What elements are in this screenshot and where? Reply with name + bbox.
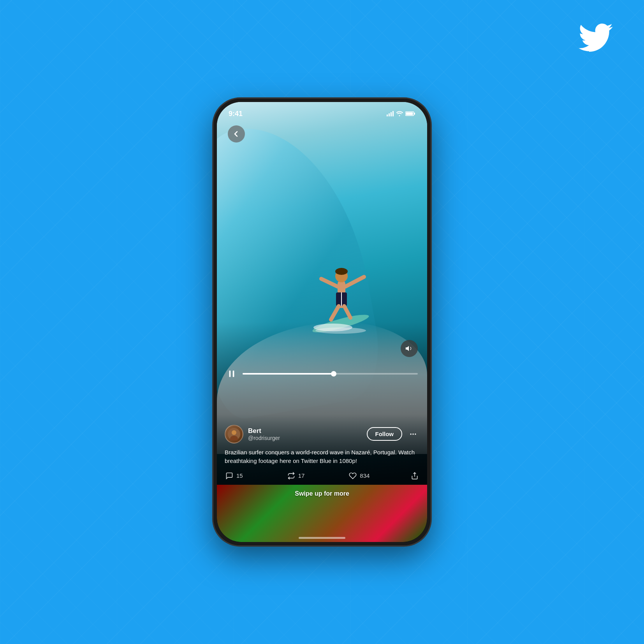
user-handle: @rodrisurger	[248, 435, 362, 441]
twitter-logo	[578, 23, 613, 53]
phone-frame: 9:41	[213, 98, 431, 546]
comment-button[interactable]: 15	[225, 471, 287, 480]
svg-point-21	[412, 433, 413, 435]
status-bar: 9:41	[217, 102, 427, 121]
user-row: Bert @rodrisurger Follow	[225, 425, 419, 443]
swipe-up-section[interactable]: Swipe up for more	[217, 485, 427, 542]
svg-rect-13	[414, 113, 415, 115]
action-buttons: 15 17	[225, 471, 419, 480]
comment-count: 15	[236, 472, 243, 479]
swipe-preview: Swipe up for more	[217, 485, 427, 542]
svg-point-18	[232, 430, 236, 435]
playback-controls	[226, 368, 418, 379]
tweet-text: Brazilian surfer conquers a world-record…	[225, 448, 419, 466]
svg-point-5	[335, 268, 348, 275]
svg-point-22	[415, 433, 416, 435]
heart-icon	[348, 471, 357, 480]
retweet-icon	[287, 471, 296, 480]
like-count: 834	[360, 472, 370, 479]
swipe-label: Swipe up for more	[295, 490, 349, 497]
status-time: 9:41	[229, 110, 243, 118]
svg-line-7	[345, 277, 364, 287]
svg-rect-14	[406, 113, 413, 115]
surfer-figure	[310, 234, 372, 335]
tweet-info: Bert @rodrisurger Follow Brazilian surfe…	[225, 425, 419, 480]
svg-line-6	[321, 279, 338, 287]
wifi-icon	[396, 111, 403, 116]
signal-icon	[387, 111, 394, 116]
home-indicator	[299, 537, 345, 539]
retweet-count: 17	[298, 472, 305, 479]
status-icons	[387, 111, 415, 116]
progress-bar[interactable]	[243, 373, 418, 375]
more-button[interactable]	[407, 428, 419, 440]
svg-line-8	[331, 306, 339, 320]
progress-thumb	[331, 371, 336, 377]
follow-button[interactable]: Follow	[367, 427, 403, 441]
pause-button[interactable]	[226, 368, 237, 379]
progress-fill	[243, 373, 334, 375]
share-button[interactable]	[410, 471, 419, 480]
avatar[interactable]	[225, 425, 243, 443]
svg-rect-15	[229, 371, 231, 377]
svg-rect-16	[233, 371, 234, 377]
user-info: Bert @rodrisurger	[248, 427, 362, 441]
back-button[interactable]	[228, 125, 245, 143]
phone-screen: 9:41	[217, 102, 427, 542]
comment-icon	[225, 471, 234, 480]
retweet-button[interactable]: 17	[287, 471, 348, 480]
svg-line-9	[344, 306, 350, 318]
svg-point-20	[410, 433, 412, 435]
username[interactable]: Bert	[248, 427, 362, 435]
like-button[interactable]: 834	[348, 471, 410, 480]
battery-icon	[405, 111, 415, 116]
share-icon	[410, 471, 419, 480]
